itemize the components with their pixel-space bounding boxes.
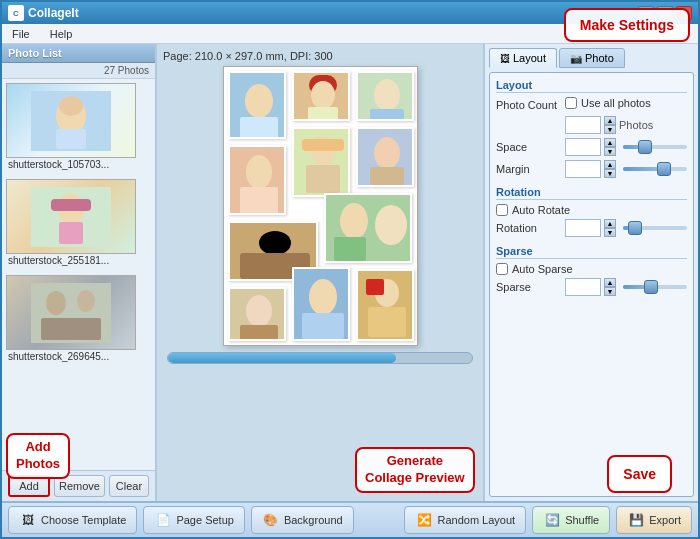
svg-point-10	[77, 290, 95, 312]
choose-template-label: Choose Template	[41, 514, 126, 526]
use-all-photos-checkbox[interactable]	[565, 97, 577, 109]
list-item[interactable]: shutterstock_269645...	[6, 275, 151, 363]
svg-rect-28	[306, 165, 340, 193]
preview-area: Page: 210.0 × 297.0 mm, DPI: 300	[157, 44, 483, 501]
photo-count-input[interactable]: 20	[565, 116, 601, 134]
progress-bar-area	[163, 352, 477, 364]
sparse-up[interactable]: ▲	[604, 278, 616, 287]
settings-content: Layout Photo Count Use all photos	[489, 72, 694, 497]
menubar: File Help	[2, 24, 698, 44]
rotation-input[interactable]: 10	[565, 219, 601, 237]
auto-rotate-checkbox[interactable]	[496, 204, 508, 216]
photo-list-panel: Photo List 27 Photos shutterstock_10	[2, 44, 157, 501]
collage-photo	[356, 71, 414, 121]
photo-thumb	[6, 83, 136, 158]
menu-file[interactable]: File	[8, 26, 34, 42]
photo-count-input-group: Use all photos	[565, 97, 687, 112]
margin-slider-thumb[interactable]	[657, 162, 671, 176]
auto-sparse-row: Auto Sparse	[496, 263, 687, 275]
space-input[interactable]: 15	[565, 138, 601, 156]
svg-rect-21	[370, 109, 404, 121]
page-setup-label: Page Setup	[176, 514, 234, 526]
tab-photo[interactable]: 📷 Photo	[559, 48, 625, 68]
svg-rect-37	[334, 237, 366, 261]
choose-template-button[interactable]: 🖼 Choose Template	[8, 506, 137, 534]
list-item[interactable]: shutterstock_255181...	[6, 179, 151, 267]
photo-thumb	[6, 275, 136, 350]
rotation-slider-thumb[interactable]	[628, 221, 642, 235]
sparse-input[interactable]: 23	[565, 278, 601, 296]
photo-count-spinner: ▲ ▼	[604, 116, 616, 134]
space-up[interactable]: ▲	[604, 138, 616, 147]
svg-rect-14	[240, 117, 278, 139]
rotation-label: Rotation	[496, 222, 561, 234]
photo-label: shutterstock_255181...	[6, 254, 151, 267]
photo-count-up[interactable]: ▲	[604, 116, 616, 125]
sparse-slider[interactable]	[623, 285, 687, 289]
photo-tab-icon: 📷	[570, 53, 582, 64]
svg-point-33	[259, 231, 291, 255]
page-info: Page: 210.0 × 297.0 mm, DPI: 300	[163, 50, 333, 62]
space-row: Space 15 ▲ ▼	[496, 138, 687, 156]
svg-point-2	[59, 96, 83, 116]
photo-count: 27 Photos	[2, 63, 155, 79]
maximize-button[interactable]: □	[657, 6, 673, 20]
page-setup-button[interactable]: 📄 Page Setup	[143, 506, 245, 534]
settings-tabs: 🖼 Layout 📷 Photo	[489, 48, 694, 68]
shuffle-button[interactable]: 🔄 Shuffle	[532, 506, 610, 534]
svg-point-13	[245, 84, 273, 118]
rotation-down[interactable]: ▼	[604, 228, 616, 237]
remove-button[interactable]: Remove	[54, 475, 105, 497]
photo-count-down[interactable]: ▼	[604, 125, 616, 134]
app-title: CollagеIt	[28, 6, 79, 20]
photo-list-header: Photo List	[2, 44, 155, 63]
tab-photo-label: Photo	[585, 52, 614, 64]
space-spinner: ▲ ▼	[604, 138, 616, 156]
space-slider[interactable]	[623, 145, 687, 149]
random-layout-button[interactable]: 🔀 Random Layout	[404, 506, 526, 534]
sparse-down[interactable]: ▼	[604, 287, 616, 296]
photo-list-scroll[interactable]: shutterstock_105703... shutterstock_2551…	[2, 79, 155, 470]
space-slider-thumb[interactable]	[638, 140, 652, 154]
margin-up[interactable]: ▲	[604, 160, 616, 169]
layout-tab-icon: 🖼	[500, 53, 510, 64]
margin-slider[interactable]	[623, 167, 687, 171]
close-button[interactable]: ✕	[676, 6, 692, 20]
space-down[interactable]: ▼	[604, 147, 616, 156]
auto-sparse-checkbox[interactable]	[496, 263, 508, 275]
list-item[interactable]: shutterstock_105703...	[6, 83, 151, 171]
minimize-button[interactable]: —	[638, 6, 654, 20]
sparse-slider-thumb[interactable]	[644, 280, 658, 294]
margin-input-group: 30 ▲ ▼	[565, 160, 687, 178]
svg-rect-41	[240, 325, 278, 341]
rotation-section-title: Rotation	[496, 186, 687, 200]
svg-point-36	[340, 203, 368, 239]
rotation-section: Rotation Auto Rotate Rotation 10 ▲	[496, 186, 687, 237]
collage-photo	[228, 71, 286, 139]
background-button[interactable]: 🎨 Background	[251, 506, 354, 534]
tab-layout[interactable]: 🖼 Layout	[489, 48, 557, 68]
photos-unit: Photos	[619, 119, 653, 131]
random-layout-icon: 🔀	[415, 511, 433, 529]
svg-rect-6	[59, 222, 83, 244]
collage-photo	[356, 127, 414, 187]
auto-rotate-row: Auto Rotate	[496, 204, 687, 216]
add-button[interactable]: Add	[8, 475, 50, 497]
auto-sparse-label: Auto Sparse	[512, 263, 573, 275]
export-button[interactable]: 💾 Export	[616, 506, 692, 534]
space-input-group: 15 ▲ ▼	[565, 138, 687, 156]
clear-button[interactable]: Clear	[109, 475, 149, 497]
rotation-slider[interactable]	[623, 226, 687, 230]
progress-bar-bg	[167, 352, 473, 364]
margin-input[interactable]: 30	[565, 160, 601, 178]
margin-down[interactable]: ▼	[604, 169, 616, 178]
use-all-photos-row: Use all photos	[565, 97, 651, 109]
collage-photo	[292, 71, 350, 121]
rotation-up[interactable]: ▲	[604, 219, 616, 228]
menu-help[interactable]: Help	[46, 26, 77, 42]
svg-rect-44	[302, 313, 344, 339]
rotation-row: Rotation 10 ▲ ▼	[496, 219, 687, 237]
svg-rect-47	[366, 279, 384, 295]
svg-rect-18	[308, 107, 338, 121]
page-setup-icon: 📄	[154, 511, 172, 529]
